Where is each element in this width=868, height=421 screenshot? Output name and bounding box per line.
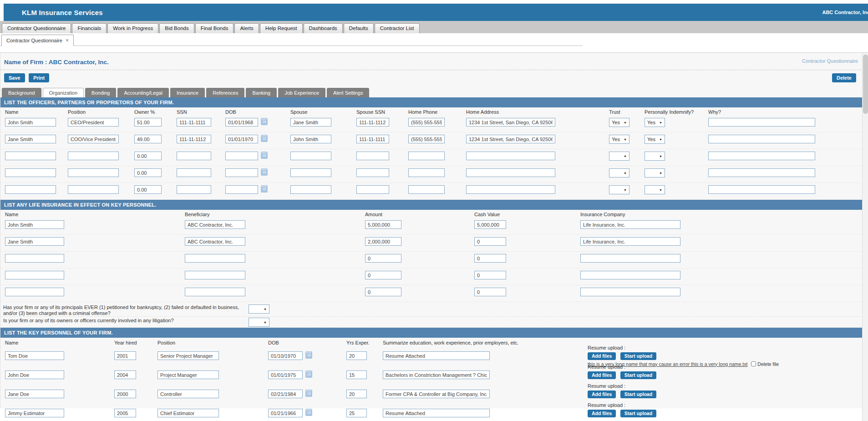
nav-tab-dashboards[interactable]: Dashboards — [304, 23, 343, 33]
trust-select[interactable]: Yes▼ — [609, 118, 629, 127]
officer-spouse-ssn-input[interactable] — [356, 168, 389, 177]
personnel-name-input[interactable] — [5, 390, 64, 398]
insurance-company-input[interactable] — [580, 271, 680, 279]
tab-job-experience[interactable]: Job Experience — [278, 88, 325, 97]
indemnify-select[interactable]: Yes▼ — [645, 135, 665, 144]
officer-position-input[interactable] — [68, 168, 119, 177]
personnel-name-input[interactable] — [5, 351, 64, 360]
open-tab-contractor-questionnaire[interactable]: Contractor Questionnaire × — [1, 35, 74, 46]
amount-input[interactable] — [365, 220, 401, 229]
officer-spouse-input[interactable] — [290, 168, 331, 177]
start-upload-button[interactable]: Start upload — [620, 391, 656, 398]
add-files-button[interactable]: Add files — [588, 352, 616, 360]
insured-name-input[interactable] — [5, 288, 64, 296]
officer-spouse-ssn-input[interactable] — [356, 118, 389, 127]
insured-name-input[interactable] — [5, 220, 64, 229]
calendar-icon[interactable]: 15 — [305, 390, 312, 397]
officer-ssn-input[interactable] — [177, 118, 211, 127]
add-files-button[interactable]: Add files — [588, 410, 616, 417]
tab-background[interactable]: Background — [2, 88, 41, 97]
officer-home-phone-input[interactable] — [408, 168, 445, 177]
indemnify-select[interactable]: ▼ — [645, 185, 665, 194]
officer-why-input[interactable] — [708, 118, 815, 127]
officer-spouse-ssn-input[interactable] — [356, 152, 389, 160]
officer-spouse-input[interactable] — [290, 135, 331, 143]
calendar-icon[interactable]: 15 — [261, 135, 268, 142]
start-upload-button[interactable]: Start upload — [620, 371, 656, 379]
trust-select[interactable]: ▼ — [609, 168, 629, 178]
yrs-exper-input[interactable] — [346, 390, 367, 398]
print-button[interactable]: Print — [29, 73, 49, 82]
yrs-exper-input[interactable] — [346, 370, 367, 379]
year-hired-input[interactable] — [114, 351, 136, 360]
tab-insurance[interactable]: Insurance — [170, 88, 205, 97]
trust-select[interactable]: ▼ — [609, 185, 629, 194]
personnel-position-input[interactable] — [157, 370, 219, 379]
insured-name-input[interactable] — [5, 237, 64, 246]
officer-ssn-input[interactable] — [177, 152, 211, 160]
officer-position-input[interactable] — [68, 185, 119, 194]
officer-position-input[interactable] — [68, 118, 119, 127]
add-files-button[interactable]: Add files — [588, 371, 616, 379]
officer-spouse-input[interactable] — [290, 118, 331, 127]
officer-name-input[interactable] — [5, 185, 56, 194]
officer-name-input[interactable] — [5, 135, 56, 143]
insurance-company-input[interactable] — [580, 237, 680, 246]
calendar-icon[interactable]: 15 — [305, 351, 312, 359]
officer-position-input[interactable] — [68, 152, 119, 160]
year-hired-input[interactable] — [114, 390, 136, 398]
year-hired-input[interactable] — [114, 409, 136, 417]
officer-dob-input[interactable] — [225, 152, 258, 160]
nav-tab-alerts[interactable]: Alerts — [234, 23, 259, 33]
calendar-icon[interactable]: 15 — [261, 152, 268, 159]
officer-name-input[interactable] — [5, 152, 56, 160]
officer-home-address-input[interactable] — [466, 185, 555, 194]
summary-input[interactable] — [383, 409, 490, 417]
personnel-position-input[interactable] — [157, 351, 219, 360]
officer-home-address-input[interactable] — [466, 118, 555, 127]
bankruptcy-question-select[interactable]: ▼ — [249, 304, 269, 314]
tab-organization[interactable]: Organization — [43, 88, 84, 97]
officer-why-input[interactable] — [708, 135, 815, 143]
contractor-questionnaire-link[interactable]: Contractor Questionnaire — [802, 58, 858, 64]
insurance-company-input[interactable] — [580, 220, 680, 229]
tab-bonding[interactable]: Bonding — [85, 88, 116, 97]
beneficiary-input[interactable] — [185, 220, 245, 229]
calendar-icon[interactable]: 15 — [261, 168, 268, 176]
officer-ssn-input[interactable] — [177, 168, 211, 177]
officer-home-address-input[interactable] — [466, 168, 555, 177]
insured-name-input[interactable] — [5, 271, 64, 279]
nav-tab-bid-bonds[interactable]: Bid Bonds — [159, 23, 194, 33]
nav-tab-final-bonds[interactable]: Final Bonds — [195, 23, 234, 33]
nav-tab-financials[interactable]: Financials — [72, 23, 107, 33]
yrs-exper-input[interactable] — [346, 409, 367, 417]
officer-dob-input[interactable] — [225, 118, 258, 127]
summary-input[interactable] — [383, 351, 490, 360]
calendar-icon[interactable]: 15 — [305, 409, 312, 416]
add-files-button[interactable]: Add files — [588, 391, 616, 398]
close-icon[interactable]: × — [66, 38, 69, 43]
beneficiary-input[interactable] — [185, 288, 245, 296]
personnel-name-input[interactable] — [5, 370, 64, 379]
nav-tab-defaults[interactable]: Defaults — [344, 23, 374, 33]
officer-spouse-ssn-input[interactable] — [356, 135, 389, 143]
delete-button[interactable]: Delete — [832, 73, 856, 82]
insurance-company-input[interactable] — [580, 254, 680, 263]
nav-tab-help-request[interactable]: Help Request — [260, 23, 303, 33]
start-upload-button[interactable]: Start upload — [620, 410, 656, 417]
officer-home-phone-input[interactable] — [408, 118, 445, 127]
calendar-icon[interactable]: 15 — [261, 118, 268, 125]
beneficiary-input[interactable] — [185, 271, 245, 279]
save-button[interactable]: Save — [4, 73, 25, 82]
cash-value-input[interactable] — [474, 271, 506, 279]
amount-input[interactable] — [365, 271, 401, 279]
personnel-position-input[interactable] — [157, 390, 219, 398]
officer-home-address-input[interactable] — [466, 152, 555, 160]
year-hired-input[interactable] — [114, 370, 136, 379]
trust-select[interactable]: ▼ — [609, 152, 629, 161]
officer-dob-input[interactable] — [225, 185, 258, 194]
officer-home-phone-input[interactable] — [408, 185, 445, 194]
personnel-dob-input[interactable] — [268, 351, 303, 360]
cash-value-input[interactable] — [474, 288, 506, 296]
nav-tab-contractor-list[interactable]: Contractor List — [375, 23, 420, 33]
